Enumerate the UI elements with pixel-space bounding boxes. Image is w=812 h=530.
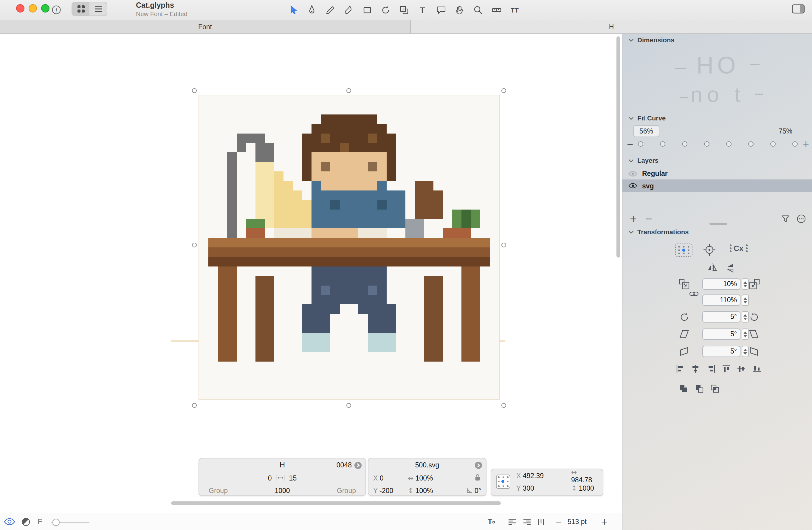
text-tool-button[interactable]: T <box>416 3 429 17</box>
glyph-detail-arrow-button[interactable] <box>354 461 362 469</box>
kern-group-left[interactable]: Group <box>209 487 258 494</box>
link-scale-icon[interactable] <box>689 291 699 297</box>
tab-font[interactable]: Font <box>0 20 411 33</box>
f-toggle[interactable]: F <box>38 513 42 530</box>
image-rotation[interactable]: 0° <box>475 487 481 494</box>
transform-anchor-grid[interactable] <box>496 475 510 489</box>
subtract-paths-icon[interactable] <box>695 385 704 393</box>
transform-reference-point-icon[interactable] <box>702 243 716 257</box>
fit-curve-increase-button[interactable]: + <box>802 140 809 148</box>
image-lock-icon[interactable] <box>459 473 481 482</box>
annotation-tool-button[interactable] <box>434 3 448 17</box>
union-paths-icon[interactable] <box>679 385 687 393</box>
slant-v-field[interactable]: 5° <box>702 346 740 357</box>
align-bottom-icon[interactable] <box>753 365 761 373</box>
fit-curve-decrease-button[interactable]: − <box>627 140 634 148</box>
rotate-ccw-icon[interactable] <box>679 312 690 323</box>
type-tool-button[interactable]: TT <box>508 3 522 17</box>
align-top-icon[interactable] <box>723 365 730 373</box>
placed-svg-image[interactable] <box>199 96 499 399</box>
fit-curve-step-5[interactable] <box>726 141 731 147</box>
transform-tool-button[interactable] <box>397 3 411 17</box>
image-y-value[interactable]: -200 <box>379 487 393 494</box>
measure-tool-button[interactable] <box>490 3 503 17</box>
fit-curve-step-7[interactable] <box>770 141 775 147</box>
skew-vertical-right-icon[interactable] <box>749 346 759 357</box>
image-x-value[interactable]: 0 <box>380 474 383 482</box>
image-scale-y[interactable]: 100% <box>416 487 433 494</box>
align-text-left-icon[interactable] <box>508 513 517 530</box>
image-detail-arrow-button[interactable] <box>475 461 482 469</box>
select-tool-button[interactable] <box>286 3 300 17</box>
scale-y-stepper[interactable] <box>742 295 749 306</box>
selection-handle-middle-left[interactable] <box>192 243 197 247</box>
panel-header-layers[interactable]: Layers <box>628 157 658 164</box>
draw-pen-tool-button[interactable] <box>305 3 318 17</box>
rotate-field[interactable]: 5° <box>702 311 740 323</box>
scale-apply-icon[interactable] <box>749 278 760 290</box>
skew-vertical-icon[interactable] <box>679 346 689 357</box>
info-icon[interactable]: i <box>51 5 61 15</box>
fit-curve-step-4[interactable] <box>704 141 709 147</box>
flip-vertical-icon[interactable] <box>725 263 736 273</box>
selection-handle-bottom-center[interactable] <box>346 403 351 408</box>
rotate-tool-button[interactable] <box>379 3 392 17</box>
preview-eye-icon[interactable] <box>3 513 15 530</box>
scale-x-stepper[interactable] <box>742 278 749 290</box>
selection-width-value[interactable]: 984.78 <box>571 476 592 483</box>
image-filename[interactable]: 500.svg <box>368 461 486 469</box>
text-preview-icon[interactable]: To <box>488 513 495 530</box>
transform-context-option[interactable]: Cx <box>730 244 747 253</box>
add-layer-button[interactable]: + <box>629 215 637 224</box>
image-scale-x[interactable]: 100% <box>416 474 433 482</box>
filter-layers-icon[interactable] <box>781 215 790 223</box>
grid-view-button[interactable] <box>72 2 89 15</box>
scale-y-field[interactable]: 110% <box>702 295 740 306</box>
rotate-cw-icon[interactable] <box>749 312 759 323</box>
layer-row-svg[interactable]: svg <box>622 180 812 192</box>
hand-tool-button[interactable] <box>452 3 466 17</box>
scale-icon[interactable] <box>679 278 690 290</box>
shapes-tool-button[interactable] <box>360 3 374 17</box>
selection-handle-bottom-right[interactable] <box>502 403 506 408</box>
align-center-horizontal-icon[interactable] <box>692 365 699 373</box>
zoom-tool-button[interactable] <box>471 3 485 17</box>
vertical-text-icon[interactable] <box>537 513 545 530</box>
selection-handle-top-right[interactable] <box>502 88 506 93</box>
align-text-right-icon[interactable] <box>523 513 532 530</box>
remove-layer-button[interactable]: − <box>645 215 653 224</box>
flip-horizontal-icon[interactable] <box>707 262 717 273</box>
zoom-level-value[interactable]: 513 pt <box>568 513 586 530</box>
panel-header-fit-curve[interactable]: Fit Curve <box>628 114 666 121</box>
scale-x-field[interactable]: 10% <box>702 278 740 290</box>
selection-y-value[interactable]: 300 <box>523 484 534 491</box>
pencil-tool-button[interactable] <box>323 3 337 17</box>
panel-header-transformations[interactable]: Transformations <box>628 228 688 235</box>
slant-h-stepper[interactable] <box>742 329 749 340</box>
layer-row-regular[interactable]: Regular <box>622 168 812 179</box>
fit-curve-step-2[interactable] <box>660 141 665 147</box>
eye-icon-dimmed[interactable] <box>628 170 637 177</box>
selection-handle-bottom-left[interactable] <box>192 403 197 408</box>
eye-icon[interactable] <box>628 183 637 189</box>
fit-curve-min-value[interactable]: 56% <box>633 125 659 137</box>
slant-h-field[interactable]: 5° <box>702 329 740 340</box>
kern-group-right[interactable]: Group <box>307 487 356 494</box>
horizontal-scrollbar[interactable] <box>171 501 501 505</box>
align-left-icon[interactable] <box>676 365 684 373</box>
align-middle-vertical-icon[interactable] <box>738 365 745 373</box>
fit-curve-step-1[interactable] <box>638 141 643 147</box>
fit-curve-step-3[interactable] <box>682 141 687 147</box>
contrast-icon[interactable] <box>21 513 30 530</box>
vertical-scrollbar[interactable] <box>617 37 620 258</box>
zoom-out-button[interactable]: − <box>555 513 562 530</box>
slant-v-stepper[interactable] <box>742 346 749 357</box>
panel-resize-handle[interactable] <box>709 223 727 225</box>
preview-slider-knob[interactable] <box>53 518 60 526</box>
glyph-width-value[interactable]: 1000 <box>258 487 307 494</box>
selection-x-value[interactable]: 492.39 <box>523 472 544 479</box>
fit-curve-step-8[interactable] <box>792 141 798 147</box>
transform-origin-grid[interactable] <box>675 243 693 257</box>
selection-handle-top-center[interactable] <box>346 88 351 93</box>
list-view-button[interactable] <box>89 2 107 15</box>
